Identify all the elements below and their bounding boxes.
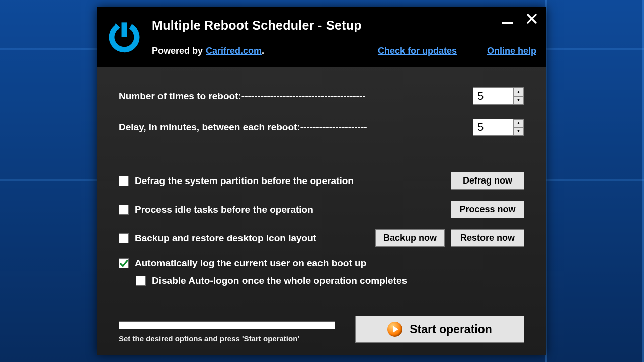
defrag-label: Defrag the system partition before the o… (135, 175, 445, 187)
reboot-count-up[interactable]: ▲ (513, 88, 524, 96)
play-icon (387, 322, 403, 337)
idle-checkbox[interactable] (119, 205, 129, 215)
window-body: Number of times to reboot:--------------… (97, 67, 546, 355)
idle-label: Process idle tasks before the operation (135, 204, 445, 215)
defrag-now-button[interactable]: Defrag now (451, 172, 524, 190)
disable-autolog-label: Disable Auto-logon once the whole operat… (152, 275, 524, 286)
backup-checkbox[interactable] (119, 233, 129, 243)
reboot-count-input[interactable] (473, 88, 513, 104)
reboot-count-down[interactable]: ▼ (513, 96, 524, 104)
powered-by-label: Powered by (152, 46, 203, 56)
start-operation-button[interactable]: Start operation (355, 316, 524, 343)
disable-autolog-checkbox[interactable] (136, 276, 146, 286)
check-updates-link[interactable]: Check for updates (378, 46, 457, 56)
powered-by-suffix: . (262, 46, 264, 56)
title-bar: Multiple Reboot Scheduler - Setup Powere… (97, 7, 546, 67)
minimize-button[interactable] (501, 12, 514, 25)
reboot-count-stepper[interactable]: ▲ ▼ (473, 87, 524, 105)
delay-stepper[interactable]: ▲ ▼ (473, 119, 524, 136)
autolog-checkbox[interactable] (119, 258, 129, 268)
defrag-checkbox[interactable] (119, 176, 129, 186)
app-window: Multiple Reboot Scheduler - Setup Powere… (97, 7, 546, 355)
online-help-link[interactable]: Online help (487, 46, 536, 56)
delay-up[interactable]: ▲ (513, 119, 524, 127)
autolog-label: Automatically log the current user on ea… (135, 258, 524, 269)
power-icon (104, 14, 145, 60)
restore-now-button[interactable]: Restore now (451, 229, 524, 247)
carifred-link[interactable]: Carifred.com (206, 46, 262, 56)
start-operation-label: Start operation (410, 323, 492, 336)
reboot-count-label: Number of times to reboot:--------------… (119, 90, 473, 102)
footer-hint: Set the desired options and press 'Start… (119, 334, 335, 343)
process-now-button[interactable]: Process now (451, 201, 524, 218)
backup-now-button[interactable]: Backup now (375, 229, 445, 247)
app-title: Multiple Reboot Scheduler - Setup (152, 18, 536, 33)
close-button[interactable] (525, 12, 538, 25)
delay-down[interactable]: ▼ (513, 127, 524, 135)
delay-input[interactable] (473, 119, 513, 135)
backup-label: Backup and restore desktop icon layout (135, 233, 369, 244)
delay-label: Delay, in minutes, between each reboot:-… (119, 122, 473, 133)
progress-bar (119, 321, 335, 329)
